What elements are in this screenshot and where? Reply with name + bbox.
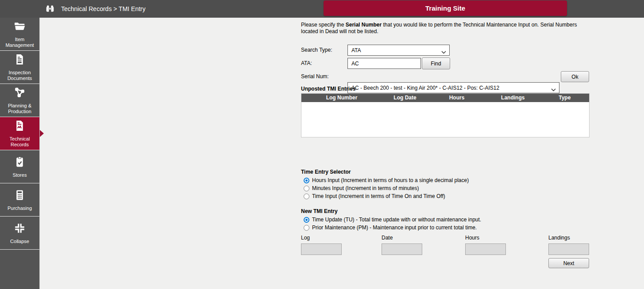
- sidebar-item-item-management[interactable]: Item Management: [0, 18, 39, 51]
- next-button[interactable]: Next: [548, 258, 589, 268]
- column-header-log-date: Log Date: [382, 94, 428, 102]
- unposted-tmi-table: Log Number Log Date Hours Landings Type: [301, 93, 590, 137]
- radio-prior-maintenance[interactable]: Prior Maintenance (PM) - Maintenance inp…: [304, 224, 477, 231]
- top-bar: Technical Records > TMI Entry Training S…: [0, 0, 644, 18]
- sidebar-item-inspection-documents[interactable]: Inspection Documents: [0, 51, 39, 84]
- instruction-text: Please specify the Serial Number that yo…: [301, 22, 590, 35]
- sidebar-item-label: Planning & Production: [1, 103, 39, 114]
- log-label: Log: [301, 235, 310, 241]
- radio-label: Prior Maintenance (PM) - Maintenance inp…: [312, 224, 477, 231]
- sidebar-item-technical-records[interactable]: Technical Records: [0, 117, 39, 150]
- landings-label: Landings: [548, 235, 570, 241]
- radio-button[interactable]: [304, 186, 309, 191]
- sidebar-item-planning-production[interactable]: Planning & Production: [0, 84, 39, 117]
- radio-label: Hours Input (Increment in terms of hours…: [312, 177, 469, 183]
- column-header-hours: Hours: [428, 94, 486, 102]
- date-input: [382, 243, 422, 255]
- sidebar-item-label: Collapse: [10, 239, 29, 244]
- radio-time-input[interactable]: Time Input (Increment in terms of Time O…: [304, 193, 445, 200]
- radio-time-update[interactable]: Time Update (TU) - Total time update wit…: [304, 216, 481, 223]
- hours-input: [465, 243, 506, 255]
- chart-document-icon: [13, 119, 26, 133]
- banner-label: Training Site: [425, 4, 465, 12]
- calculator-icon: [13, 189, 26, 203]
- sidebar-item-label: Item Management: [1, 37, 39, 48]
- find-button[interactable]: Find: [422, 57, 450, 69]
- collapse-icon: [13, 222, 26, 236]
- sidebar-item-label: Stores: [13, 172, 27, 178]
- folder-icon: [13, 20, 26, 34]
- clipboard-check-icon: [13, 156, 26, 170]
- ok-button[interactable]: Ok: [561, 71, 589, 82]
- radio-label: Time Update (TU) - Total time update wit…: [312, 217, 481, 223]
- sidebar-item-label: Inspection Documents: [1, 70, 39, 81]
- column-header-landings: Landings: [486, 94, 540, 102]
- chevron-down-icon: [551, 87, 556, 93]
- sidebar-item-purchasing[interactable]: Purchasing: [0, 183, 39, 217]
- serial-num-select[interactable]: AC - Beech 200 - test - King Air 200* - …: [347, 82, 559, 93]
- main-content: Please specify the Serial Number that yo…: [40, 18, 644, 289]
- table-body-empty: [301, 102, 589, 137]
- radio-button[interactable]: [304, 194, 309, 199]
- binoculars-icon: [45, 4, 55, 14]
- column-header-type: Type: [540, 94, 590, 102]
- search-type-select[interactable]: ATA: [347, 45, 450, 56]
- new-tmi-entry-title: New TMI Entry: [301, 208, 338, 214]
- column-header-log-number: Log Number: [301, 94, 382, 102]
- ata-label: ATA:: [301, 58, 312, 69]
- date-label: Date: [382, 235, 393, 241]
- tmi-entry-form: Please specify the Serial Number that yo…: [301, 18, 590, 289]
- ata-input[interactable]: [347, 58, 421, 69]
- sidebar-item-label: Purchasing: [8, 205, 32, 211]
- training-site-banner: Training Site: [324, 0, 567, 16]
- log-input: [301, 243, 342, 255]
- sidebar-item-label: Technical Records: [1, 136, 39, 148]
- breadcrumb: Technical Records > TMI Entry: [61, 5, 146, 12]
- sidebar: Item Management Inspection Documents Pla…: [0, 18, 40, 289]
- time-entry-selector-title: Time Entry Selector: [301, 169, 351, 175]
- table-header-row: Log Number Log Date Hours Landings Type: [301, 94, 589, 102]
- radio-label: Time Input (Increment in terms of Time O…: [312, 193, 445, 199]
- chevron-down-icon: [441, 49, 446, 55]
- radio-button[interactable]: [304, 217, 309, 223]
- serial-num-label: Serial Num:: [301, 71, 329, 82]
- radio-button[interactable]: [304, 225, 309, 231]
- unposted-tmi-title: Unposted TMI Entries: [301, 86, 355, 92]
- network-icon: [13, 86, 26, 100]
- radio-button[interactable]: [304, 178, 309, 183]
- hours-label: Hours: [465, 235, 479, 241]
- landings-input: [548, 243, 589, 255]
- sidebar-item-collapse[interactable]: Collapse: [0, 217, 39, 250]
- search-type-label: Search Type:: [301, 45, 332, 56]
- radio-minutes-input[interactable]: Minutes Input (Increment in terms of min…: [304, 185, 419, 192]
- instruction-bold: Serial Number: [346, 22, 382, 28]
- sidebar-item-stores[interactable]: Stores: [0, 150, 39, 183]
- radio-hours-input[interactable]: Hours Input (Increment in terms of hours…: [304, 177, 469, 184]
- radio-label: Minutes Input (Increment in terms of min…: [312, 185, 419, 191]
- document-icon: [13, 53, 26, 67]
